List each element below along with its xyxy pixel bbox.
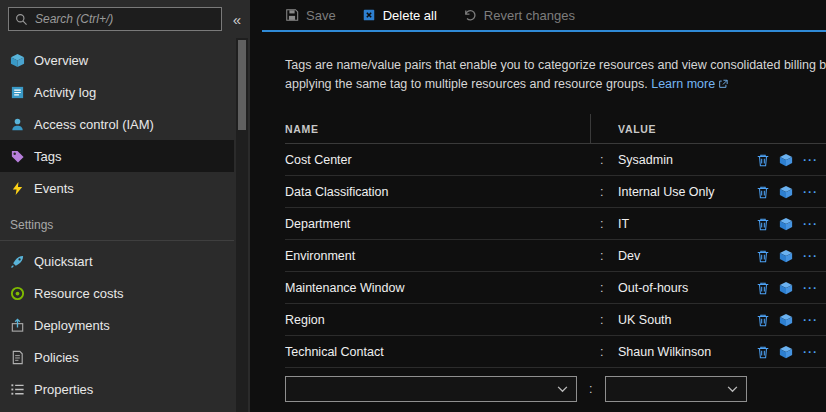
sidebar-item-policies[interactable]: Policies <box>0 341 234 373</box>
sidebar-item-label: Events <box>34 181 74 196</box>
tag-value[interactable]: Out-of-hours <box>618 281 756 295</box>
tag-value[interactable]: Internal Use Only <box>618 185 756 199</box>
delete-all-label: Delete all <box>383 8 437 23</box>
azure-portal: « Overview Activity log Access control (… <box>0 0 826 412</box>
resources-cube-icon[interactable] <box>779 217 793 231</box>
resources-cube-icon[interactable] <box>779 281 793 295</box>
delete-tag-icon[interactable] <box>756 249 770 263</box>
tags-table: NAME VALUE Cost Center : Sysadmin ⋯ Data… <box>285 114 826 368</box>
save-button[interactable]: Save <box>285 8 336 23</box>
sidebar-item-events[interactable]: Events <box>0 172 234 204</box>
more-options-icon[interactable]: ⋯ <box>802 248 818 263</box>
more-options-icon[interactable]: ⋯ <box>802 312 818 327</box>
column-header-value: VALUE <box>618 123 818 135</box>
resources-cube-icon[interactable] <box>779 249 793 263</box>
resources-cube-icon[interactable] <box>779 313 793 327</box>
new-tag-separator: : <box>577 382 605 396</box>
save-icon <box>285 8 299 22</box>
tag-name[interactable]: Region <box>285 313 590 327</box>
revert-changes-label: Revert changes <box>484 8 575 23</box>
resources-cube-icon[interactable] <box>779 345 793 359</box>
sidebar-item-tags[interactable]: Tags <box>0 140 234 172</box>
tag-name[interactable]: Cost Center <box>285 153 590 167</box>
scrollbar-thumb[interactable] <box>238 40 246 130</box>
search-input[interactable] <box>33 11 215 27</box>
tags-icon <box>10 149 25 164</box>
table-row: Environment : Dev ⋯ <box>285 240 826 272</box>
table-row: Cost Center : Sysadmin ⋯ <box>285 144 826 176</box>
search-box[interactable] <box>8 7 222 31</box>
sidebar-item-deployments[interactable]: Deployments <box>0 309 234 341</box>
row-actions: ⋯ <box>756 344 826 359</box>
tag-value[interactable]: Dev <box>618 249 756 263</box>
search-icon <box>15 13 28 26</box>
tag-separator: : <box>590 185 618 199</box>
delete-tag-icon[interactable] <box>756 345 770 359</box>
delete-all-button[interactable]: Delete all <box>362 8 437 23</box>
new-tag-name-select[interactable] <box>285 376 577 402</box>
row-actions: ⋯ <box>756 184 826 199</box>
quickstart-icon <box>10 254 25 269</box>
tag-name[interactable]: Data Classification <box>285 185 590 199</box>
delete-tag-icon[interactable] <box>756 313 770 327</box>
tag-separator: : <box>590 249 618 263</box>
learn-more-link[interactable]: Learn more <box>651 77 728 91</box>
table-row: Data Classification : Internal Use Only … <box>285 176 826 208</box>
more-options-icon[interactable]: ⋯ <box>802 216 818 231</box>
resources-cube-icon[interactable] <box>779 153 793 167</box>
tag-value[interactable]: UK South <box>618 313 756 327</box>
tag-value[interactable]: Sysadmin <box>618 153 756 167</box>
delete-tag-icon[interactable] <box>756 217 770 231</box>
delete-tag-icon[interactable] <box>756 281 770 295</box>
sidebar-item-quickstart[interactable]: Quickstart <box>0 245 234 277</box>
new-tag-row: : <box>285 376 826 402</box>
revert-icon <box>463 8 477 22</box>
row-actions: ⋯ <box>756 312 826 327</box>
settings-menu-items: Quickstart Resource costs Deployments Po… <box>0 245 234 405</box>
tag-name[interactable]: Maintenance Window <box>285 281 590 295</box>
resource-costs-icon <box>10 286 25 301</box>
more-options-icon[interactable]: ⋯ <box>802 344 818 359</box>
tag-value[interactable]: IT <box>618 217 756 231</box>
delete-tag-icon[interactable] <box>756 153 770 167</box>
table-row: Technical Contact : Shaun Wilkinson ⋯ <box>285 336 826 368</box>
more-options-icon[interactable]: ⋯ <box>802 280 818 295</box>
activity-log-icon <box>10 85 25 100</box>
table-row: Maintenance Window : Out-of-hours ⋯ <box>285 272 826 304</box>
sidebar-item-label: Properties <box>34 382 93 397</box>
new-tag-value-select[interactable] <box>605 376 747 402</box>
tag-separator: : <box>590 345 618 359</box>
access-control-icon <box>10 117 25 132</box>
chevron-down-icon <box>557 386 568 393</box>
resources-cube-icon[interactable] <box>779 185 793 199</box>
external-link-icon <box>718 79 728 89</box>
sidebar-item-overview[interactable]: Overview <box>0 44 234 76</box>
overview-icon <box>10 53 25 68</box>
sidebar-item-resource-costs[interactable]: Resource costs <box>0 277 234 309</box>
tag-separator: : <box>590 217 618 231</box>
tag-name[interactable]: Department <box>285 217 590 231</box>
more-options-icon[interactable]: ⋯ <box>802 152 818 167</box>
row-actions: ⋯ <box>756 216 826 231</box>
delete-all-icon <box>362 8 376 22</box>
tag-name[interactable]: Technical Contact <box>285 345 590 359</box>
delete-tag-icon[interactable] <box>756 185 770 199</box>
sidebar-item-activity-log[interactable]: Activity log <box>0 76 234 108</box>
sidebar-scrollbar[interactable] <box>236 38 248 412</box>
revert-changes-button[interactable]: Revert changes <box>463 8 575 23</box>
sidebar-search-row: « <box>0 0 250 38</box>
tag-name[interactable]: Environment <box>285 249 590 263</box>
description-text: Tags are name/value pairs that enable yo… <box>285 58 826 91</box>
more-options-icon[interactable]: ⋯ <box>802 184 818 199</box>
collapse-menu-button[interactable]: « <box>228 12 246 27</box>
tag-value[interactable]: Shaun Wilkinson <box>618 345 756 359</box>
sidebar-item-label: Access control (IAM) <box>34 117 154 132</box>
tag-separator: : <box>590 281 618 295</box>
sidebar-item-label: Deployments <box>34 318 110 333</box>
section-header-label: Settings <box>10 218 53 232</box>
sidebar-item-label: Resource costs <box>34 286 124 301</box>
tags-blade: Save Delete all Revert changes Tags are … <box>250 0 826 412</box>
sidebar-item-access-control[interactable]: Access control (IAM) <box>0 108 234 140</box>
sidebar-item-properties[interactable]: Properties <box>0 373 234 405</box>
sidebar-item-label: Activity log <box>34 85 96 100</box>
